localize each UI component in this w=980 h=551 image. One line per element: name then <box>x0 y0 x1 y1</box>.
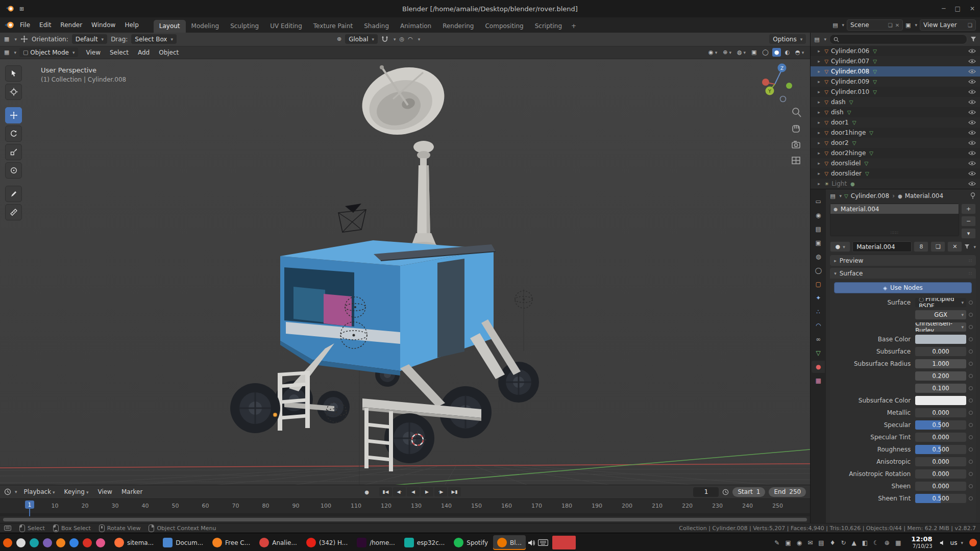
workspace-tab[interactable]: UV Editing <box>264 20 308 33</box>
expand-icon[interactable]: ▸ <box>818 181 822 186</box>
visibility-eye-icon[interactable] <box>968 161 976 166</box>
expand-icon[interactable]: ▸ <box>818 99 822 105</box>
tray-icon[interactable]: ☾ <box>873 539 879 546</box>
material-name-field[interactable]: Material.004 <box>852 241 912 252</box>
properties-tab[interactable]: ∴ <box>812 306 825 318</box>
chevron-down-icon[interactable]: ▾ <box>842 22 845 28</box>
workspace-tab[interactable]: + <box>568 20 580 33</box>
expand-icon[interactable]: ▸ <box>818 151 822 156</box>
transform-orientation-dropdown[interactable]: Global ▾ <box>345 34 378 44</box>
taskbar-app[interactable]: Docum... <box>159 535 207 550</box>
maximize-button[interactable]: □ <box>955 5 961 12</box>
minimize-button[interactable]: ─ <box>942 5 945 12</box>
viewport-header-icon[interactable]: ◉ ▾ <box>706 48 719 57</box>
outliner-item[interactable]: ▸ ▽ doorslider ▽ <box>811 168 980 179</box>
users-count-button[interactable]: 8 <box>914 241 928 252</box>
properties-tab[interactable]: ◠ <box>812 319 825 332</box>
viewport-menu[interactable]: Select <box>105 47 133 58</box>
chevron-down-icon[interactable]: ▾ <box>14 37 17 42</box>
timeline-menu[interactable]: Marker▾ <box>117 486 147 497</box>
outliner-item[interactable]: ▸ ☀ Light ● <box>811 179 980 189</box>
jump-end-button[interactable]: ▶▮ <box>448 487 461 496</box>
wheel-rear-right[interactable] <box>498 362 539 403</box>
visibility-eye-icon[interactable] <box>968 48 976 54</box>
property-field[interactable]: ▾ <box>915 335 966 344</box>
chevron-down-icon[interactable]: ▾ <box>915 22 917 28</box>
screen-layout-icon[interactable]: ▤ <box>832 22 838 29</box>
chevron-down-icon[interactable]: ▾ <box>840 193 842 198</box>
expand-icon[interactable]: ▸ <box>818 59 822 64</box>
tool-scale-button[interactable] <box>5 144 22 160</box>
taskbar-icon[interactable] <box>56 538 65 547</box>
viewport-header-icon[interactable]: ◓ ▾ <box>793 48 806 57</box>
use-nodes-button[interactable]: ◈ Use Nodes <box>834 282 972 293</box>
taskbar-app[interactable]: Spotify <box>450 535 492 550</box>
taskbar-app[interactable]: esp32c... <box>400 535 449 550</box>
visibility-eye-icon[interactable] <box>968 120 976 125</box>
viewport-menu[interactable]: View <box>81 47 105 58</box>
expand-icon[interactable]: ▸ <box>818 130 822 135</box>
property-field[interactable]: 0.500 ▾ <box>915 420 966 430</box>
taskbar-app[interactable]: Free C... <box>208 535 254 550</box>
menubar-menu[interactable]: Render <box>56 19 87 31</box>
animate-dot[interactable] <box>966 349 973 354</box>
jump-start-button[interactable]: ▮◀ <box>379 487 392 496</box>
visibility-eye-icon[interactable] <box>968 69 976 74</box>
chevron-down-icon[interactable]: ▾ <box>394 37 396 42</box>
outliner-item[interactable]: ▸ ▽ Cylinder.009 ▽ <box>811 77 980 87</box>
editor-type-icon[interactable]: ▦ <box>4 49 9 56</box>
speaker-icon[interactable] <box>940 540 946 546</box>
menubar-menu[interactable]: Help <box>120 19 143 31</box>
property-field[interactable]: GGX ▾ <box>915 310 966 319</box>
chevron-down-icon[interactable]: ▾ <box>15 489 17 494</box>
taskbar-icon[interactable] <box>96 538 105 547</box>
taskbar-app[interactable]: sitema... <box>110 535 158 550</box>
outliner-item[interactable]: ▸ ▽ door2 ▽ <box>811 138 980 148</box>
animate-dot[interactable] <box>966 460 973 464</box>
add-slot-button[interactable]: + <box>961 204 976 214</box>
keyboard-layout-indicator[interactable]: us <box>950 539 958 546</box>
animate-dot[interactable] <box>966 362 973 366</box>
editor-type-clock-icon[interactable] <box>4 488 11 495</box>
properties-tab[interactable]: ● <box>812 361 825 373</box>
timeline-menu[interactable]: View▾ <box>93 486 116 497</box>
unlink-material-button[interactable]: ✕ <box>947 241 962 252</box>
options-dropdown[interactable]: Options ▾ <box>769 34 806 44</box>
resize-grip[interactable]: ∷∷∷ <box>830 231 959 236</box>
properties-tab[interactable]: ◍ <box>812 251 825 263</box>
property-field[interactable]: 0.500 ▾ <box>915 445 966 454</box>
new-material-button[interactable]: ❏ <box>930 241 945 252</box>
workspace-tab[interactable]: Scripting <box>529 20 568 33</box>
drag-dropdown[interactable]: Select Box ▾ <box>131 34 177 44</box>
timeline-ruler[interactable]: 10 20 30 40 50 60 70 80 90 100 110 <box>0 498 810 513</box>
playback-sync-clock-icon[interactable] <box>722 489 729 495</box>
tray-icon[interactable]: ◉ <box>797 539 802 546</box>
material-slot-list[interactable]: ● Material.004 ∷∷∷ <box>830 204 959 236</box>
tray-icon[interactable]: ▲ <box>851 539 856 546</box>
outliner-item[interactable]: ▸ ▽ door1hinge ▽ <box>811 128 980 138</box>
tray-icon[interactable]: ♦ <box>830 539 836 546</box>
tool-move-button[interactable] <box>5 107 22 123</box>
taskbar-icon[interactable] <box>69 538 79 547</box>
visibility-eye-icon[interactable] <box>968 89 976 94</box>
chevron-down-icon[interactable]: ▾ <box>961 540 963 545</box>
outliner-item[interactable]: ▸ ▽ Cylinder.006 ▽ <box>811 46 980 56</box>
workspace-tab[interactable]: Animation <box>395 20 437 33</box>
outliner-item[interactable]: ▸ ▽ Cylinder.007 ▽ <box>811 56 980 66</box>
material-slot[interactable]: ● Material.004 <box>830 204 959 214</box>
expand-icon[interactable]: ▸ <box>818 48 822 54</box>
unlink-icon[interactable]: ✕ <box>895 22 899 28</box>
property-field[interactable]: 0.000 ▾ <box>915 469 966 479</box>
animate-dot[interactable] <box>966 300 973 305</box>
animate-dot[interactable] <box>966 313 973 317</box>
menubar-menu[interactable]: Edit <box>35 19 56 31</box>
outliner-item[interactable]: ▸ ▽ Cylinder.008 ▽ <box>811 66 980 77</box>
workspace-tab[interactable]: Shading <box>358 20 395 33</box>
property-field[interactable]: 0.200 ▾ <box>915 371 966 381</box>
visibility-eye-icon[interactable] <box>968 140 976 145</box>
view-layer-selector[interactable]: View Layer ❏ <box>920 19 976 31</box>
browse-material-button[interactable]: ● ▾ <box>830 241 850 252</box>
property-field[interactable]: Principled BSDF ▾ <box>915 298 966 307</box>
expand-icon[interactable]: ▸ <box>818 140 822 145</box>
workspace-tab[interactable]: Rendering <box>437 20 479 33</box>
